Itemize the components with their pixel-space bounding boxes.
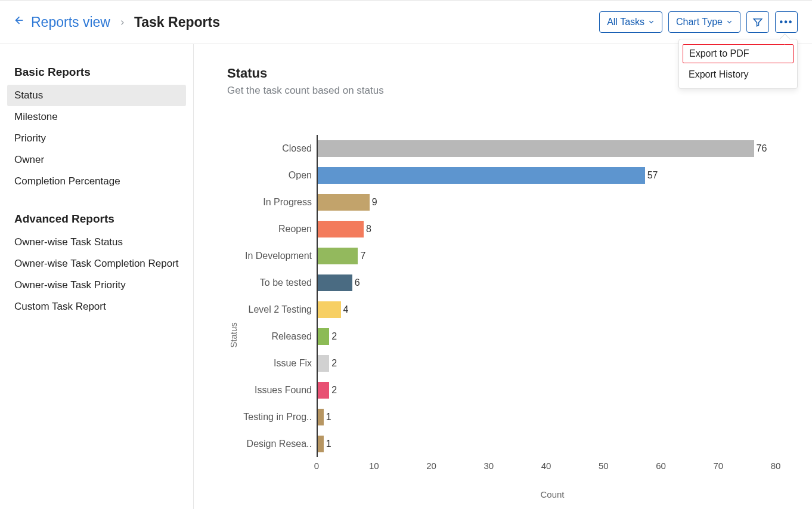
- bar-row: 2: [318, 323, 788, 350]
- chevron-right-icon: [119, 16, 126, 29]
- bar-value: 8: [366, 224, 371, 235]
- category-label: Testing in Prog..: [239, 403, 317, 430]
- bar-value: 76: [757, 143, 767, 154]
- category-label: Closed: [239, 135, 317, 162]
- sidebar-item[interactable]: Completion Percentage: [7, 171, 186, 192]
- category-label: Open: [239, 162, 317, 189]
- x-tick: 80: [771, 461, 781, 471]
- sidebar-item[interactable]: Custom Task Report: [7, 296, 186, 317]
- bar-row: 57: [318, 162, 788, 189]
- bar-row: 76: [318, 135, 788, 162]
- sidebar-item[interactable]: Owner-wise Task Completion Report: [7, 253, 186, 274]
- bar-value: 57: [647, 170, 658, 181]
- more-icon: •••: [780, 17, 794, 27]
- x-tick: 10: [369, 461, 379, 471]
- bar-row: 4: [318, 296, 788, 323]
- sidebar-item[interactable]: Status: [7, 85, 186, 106]
- bar-row: 9: [318, 189, 788, 215]
- bar-row: 8: [318, 215, 788, 242]
- bar[interactable]: [318, 274, 352, 291]
- bar-row: 1: [318, 403, 788, 430]
- bar-value: 1: [326, 412, 331, 422]
- bar-row: 2: [318, 377, 788, 403]
- bar-value: 1: [326, 439, 331, 449]
- chevron-down-icon: [726, 17, 733, 27]
- x-tick: 50: [599, 461, 609, 471]
- main-content: Status Get the task count based on statu…: [194, 44, 812, 509]
- sidebar: Basic ReportsStatusMilestonePriorityOwne…: [0, 44, 194, 509]
- x-tick: 30: [484, 461, 494, 471]
- bar-row: 7: [318, 242, 788, 269]
- category-label: To be tested: [239, 269, 317, 296]
- page-title: Task Reports: [134, 14, 220, 30]
- x-tick: 70: [713, 461, 723, 471]
- category-label: In Progress: [239, 189, 317, 215]
- bar-value: 2: [331, 331, 337, 342]
- sidebar-item[interactable]: Owner: [7, 149, 186, 171]
- all-tasks-dropdown[interactable]: All Tasks: [599, 11, 662, 33]
- bar[interactable]: [318, 248, 358, 264]
- chart-type-dropdown[interactable]: Chart Type: [668, 11, 740, 33]
- category-label: Issues Found: [239, 377, 317, 403]
- sidebar-item[interactable]: Owner-wise Task Priority: [7, 274, 186, 296]
- bar[interactable]: [318, 436, 324, 452]
- breadcrumb-reports-view[interactable]: Reports view: [31, 14, 110, 30]
- bar-value: 2: [331, 358, 337, 369]
- bar[interactable]: [318, 355, 329, 372]
- bar-value: 2: [331, 385, 337, 396]
- bar-value: 4: [343, 304, 349, 315]
- category-label: Level 2 Testing: [239, 296, 317, 323]
- filter-button[interactable]: [746, 11, 769, 33]
- all-tasks-label: All Tasks: [607, 17, 644, 27]
- chart-subtitle: Get the task count based on status: [227, 85, 788, 97]
- x-tick: 20: [426, 461, 436, 471]
- bar[interactable]: [318, 328, 329, 345]
- sidebar-group-title: Basic Reports: [7, 62, 186, 85]
- chart-title: Status: [227, 66, 788, 81]
- sidebar-item[interactable]: Owner-wise Task Status: [7, 232, 186, 253]
- filter-icon: [752, 17, 763, 27]
- bar-row: 1: [318, 430, 788, 457]
- bar-value: 7: [360, 251, 365, 261]
- sidebar-item[interactable]: Priority: [7, 128, 186, 149]
- back-arrow-icon[interactable]: [12, 14, 24, 30]
- bar-value: 9: [372, 197, 377, 208]
- more-button[interactable]: •••: [775, 11, 798, 33]
- bar-row: 6: [318, 269, 788, 296]
- chevron-down-icon: [648, 17, 655, 27]
- bar[interactable]: [318, 194, 370, 211]
- bar[interactable]: [318, 382, 329, 399]
- bar[interactable]: [318, 409, 324, 425]
- bar[interactable]: [318, 221, 364, 237]
- x-tick: 40: [541, 461, 551, 471]
- category-label: Released: [239, 323, 317, 350]
- sidebar-item[interactable]: Milestone: [7, 106, 186, 128]
- category-label: Design Resea..: [239, 430, 317, 457]
- bar[interactable]: [318, 140, 754, 157]
- bar-value: 6: [355, 277, 360, 288]
- category-label: Reopen: [239, 215, 317, 242]
- chart-type-label: Chart Type: [676, 17, 723, 27]
- sidebar-group-title: Advanced Reports: [7, 209, 186, 232]
- bar[interactable]: [318, 167, 645, 184]
- category-label: In Development: [239, 242, 317, 269]
- x-tick: 0: [314, 461, 319, 471]
- status-chart: Status ClosedOpenIn ProgressReopenIn Dev…: [227, 135, 788, 509]
- page-header: Reports view Task Reports All Tasks Char…: [0, 1, 812, 44]
- bar-row: 2: [318, 350, 788, 377]
- x-axis-label: Count: [317, 489, 788, 499]
- category-label: Issue Fix: [239, 350, 317, 377]
- x-tick: 60: [656, 461, 666, 471]
- bar[interactable]: [318, 301, 341, 318]
- y-axis-label: Status: [228, 322, 238, 348]
